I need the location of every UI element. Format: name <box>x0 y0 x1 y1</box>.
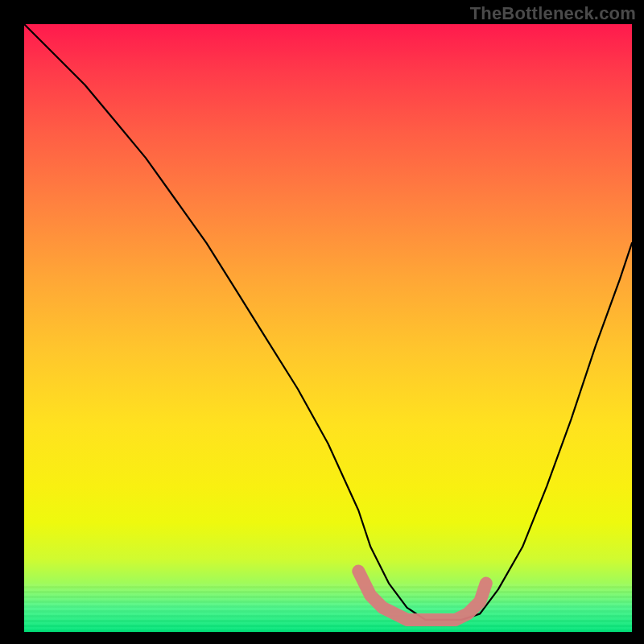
bottleneck-curve-path <box>24 24 632 620</box>
chart-container: TheBottleneck.com <box>0 0 644 644</box>
curve-layer <box>24 24 632 632</box>
watermark-text: TheBottleneck.com <box>470 3 636 24</box>
plot-area <box>24 24 632 632</box>
valley-highlight-path <box>358 572 486 620</box>
